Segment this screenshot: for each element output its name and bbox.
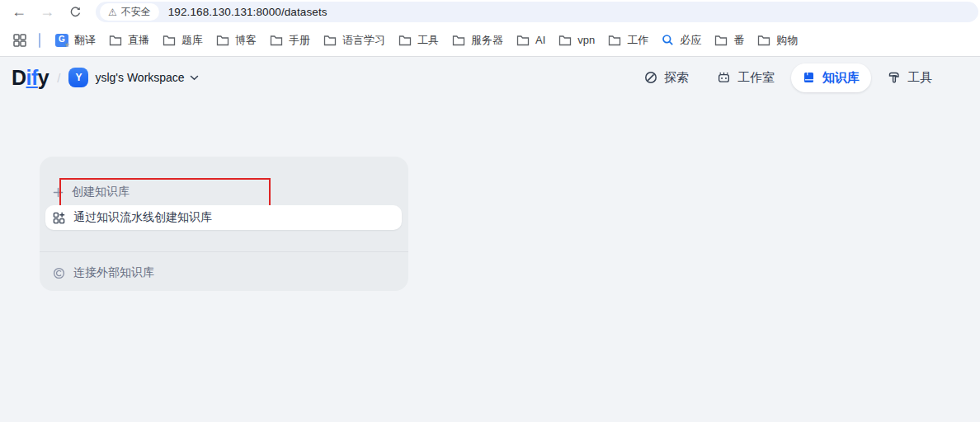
security-chip[interactable]: ⚠ 不安全 — [100, 3, 159, 21]
folder-icon — [323, 35, 337, 46]
bookmark-label: 工作 — [627, 33, 648, 48]
url-text: 192.168.130.131:8000/datasets — [168, 6, 327, 18]
folder-icon — [216, 35, 229, 46]
bookmark-item[interactable]: 工具 — [392, 29, 445, 51]
folder-icon — [163, 35, 176, 46]
nav-item-knowledge[interactable]: 知识库 — [791, 63, 871, 92]
folder-icon — [109, 35, 122, 46]
create-from-pipeline-label: 通过知识流水线创建知识库 — [73, 210, 212, 225]
apps-grid-icon[interactable] — [9, 30, 31, 51]
bookmark-item[interactable]: 工作 — [601, 29, 655, 51]
connect-external-knowledge-label: 连接外部知识库 — [73, 265, 154, 280]
browser-toolbar: ← → ⚠ 不安全 192.168.130.131:8000/datasets — [0, 0, 980, 24]
bookmark-item[interactable]: 直播 — [102, 29, 156, 51]
search-icon — [662, 34, 674, 46]
nav-item-explore[interactable]: 探索 — [633, 63, 700, 92]
tools-icon — [888, 71, 901, 84]
folder-icon — [608, 35, 621, 46]
folder-icon — [757, 35, 770, 46]
connect-external-knowledge-button[interactable]: 连接外部知识库 — [53, 261, 154, 284]
workspace-name[interactable]: yslg's Workspace — [95, 71, 184, 84]
bookmarks-separator — [39, 33, 40, 48]
forward-arrow-icon[interactable]: → — [33, 2, 61, 23]
bookmark-label: 题库 — [181, 33, 203, 48]
pipeline-blocks-icon — [53, 212, 65, 224]
dify-logo[interactable]: Dify — [12, 68, 49, 88]
bookmarks-bar-items: G★ 翻译 直播 题库 博客 手册 语言学习 工具 服务器 AI — [49, 29, 804, 51]
bookmark-item[interactable]: 番 — [708, 29, 751, 51]
folder-icon — [452, 35, 465, 46]
nav-label: 工作室 — [737, 70, 775, 86]
bookmark-label: 语言学习 — [342, 33, 385, 48]
folder-icon — [714, 35, 728, 46]
bookmark-label: 直播 — [128, 33, 149, 48]
back-arrow-icon[interactable]: ← — [5, 2, 33, 23]
bookmark-label: 服务器 — [471, 33, 503, 48]
create-from-pipeline-button[interactable]: 通过知识流水线创建知识库 — [45, 205, 402, 230]
create-knowledge-menu: 创建知识库 通过知识流水线创建知识库 连接外部知识库 — [40, 157, 408, 291]
bookmarks-bar: G★ 翻译 直播 题库 博客 手册 语言学习 工具 服务器 AI — [0, 24, 980, 57]
workspace-avatar[interactable]: Y — [68, 68, 88, 87]
header-left: Dify / Y yslg's Workspace — [12, 68, 199, 88]
bookmark-label: 手册 — [289, 33, 310, 48]
create-knowledge-button[interactable]: 创建知识库 — [53, 181, 130, 204]
folder-icon — [270, 35, 283, 46]
refresh-icon[interactable] — [61, 2, 89, 23]
bookmark-item[interactable]: AI — [510, 29, 552, 51]
folder-icon — [558, 35, 572, 46]
bookmark-item[interactable]: G★ 翻译 — [49, 29, 102, 51]
folder-icon — [398, 35, 412, 46]
dify-page: Dify / Y yslg's Workspace 探索 — [0, 57, 980, 422]
bookmark-label: 工具 — [417, 33, 439, 48]
breadcrumb-separator: / — [57, 71, 60, 85]
studio-icon — [717, 71, 731, 84]
nav-item-tools[interactable]: 工具 — [876, 63, 944, 92]
chevron-down-icon[interactable] — [190, 75, 199, 81]
bookmark-label: vpn — [577, 34, 595, 46]
warning-triangle-icon: ⚠ — [108, 7, 117, 17]
bookmark-item[interactable]: 语言学习 — [317, 29, 392, 51]
bookmark-label: 博客 — [235, 33, 257, 48]
external-knowledge-icon — [53, 267, 65, 279]
bookmark-label: 必应 — [680, 33, 701, 48]
dify-header: Dify / Y yslg's Workspace 探索 — [0, 57, 980, 98]
bookmark-label: 购物 — [776, 33, 798, 48]
bookmark-item[interactable]: 必应 — [655, 29, 708, 51]
bookmark-label: 番 — [733, 33, 744, 48]
address-bar[interactable]: ⚠ 不安全 192.168.130.131:8000/datasets — [96, 2, 978, 22]
bookmark-item[interactable]: 购物 — [751, 29, 804, 51]
explore-icon — [644, 71, 657, 84]
plus-icon — [53, 187, 64, 198]
bookmark-item[interactable]: 手册 — [263, 29, 317, 51]
translate-icon: G★ — [55, 34, 68, 47]
header-nav: 探索 工作室 — [633, 63, 944, 92]
bookmark-item[interactable]: 题库 — [156, 29, 210, 51]
bookmark-label: 翻译 — [74, 33, 96, 48]
create-knowledge-label: 创建知识库 — [72, 185, 130, 199]
folder-icon — [516, 35, 530, 46]
security-label: 不安全 — [121, 5, 151, 19]
bookmark-item[interactable]: 博客 — [210, 29, 263, 51]
knowledge-icon — [803, 71, 816, 84]
nav-label: 工具 — [907, 70, 932, 86]
nav-item-studio[interactable]: 工作室 — [705, 63, 786, 92]
bookmark-item[interactable]: vpn — [552, 29, 601, 51]
nav-label: 探索 — [664, 70, 689, 86]
bookmark-item[interactable]: 服务器 — [445, 29, 510, 51]
menu-divider — [40, 251, 408, 252]
nav-label: 知识库 — [822, 70, 860, 86]
bookmark-label: AI — [535, 34, 545, 46]
